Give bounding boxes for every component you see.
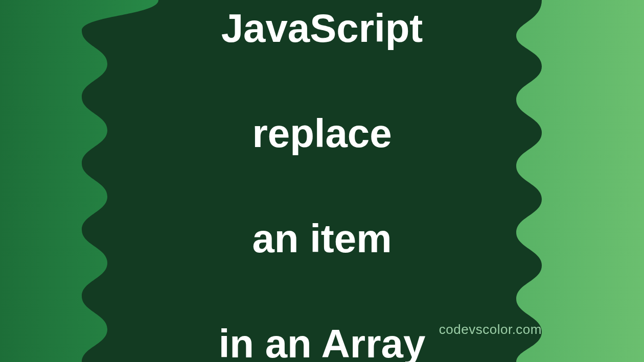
banner-title: JavaScript replace an item in an Array xyxy=(219,0,426,362)
title-line-1: JavaScript xyxy=(221,6,423,51)
watermark-text: codevscolor.com xyxy=(439,322,542,337)
banner-canvas: JavaScript replace an item in an Array c… xyxy=(0,0,644,362)
title-line-3: an item xyxy=(252,216,392,261)
title-line-4: in an Array xyxy=(219,321,426,362)
title-line-2: replace xyxy=(252,111,392,156)
